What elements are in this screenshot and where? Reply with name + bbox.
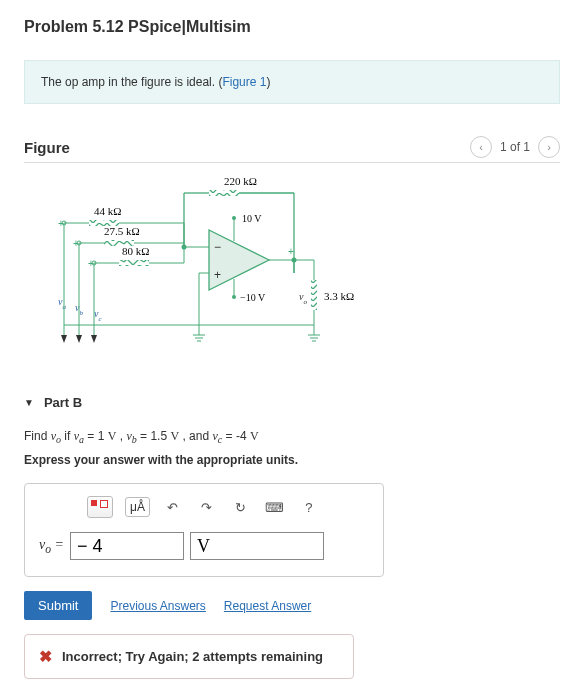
vo-label: vo =: [39, 537, 64, 556]
intro-text-before: The op amp in the figure is ideal. (: [41, 75, 222, 89]
svg-text:+: +: [288, 246, 294, 257]
part-label: Part B: [44, 395, 82, 410]
svg-rect-16: [119, 260, 149, 266]
figure-link[interactable]: Figure 1: [222, 75, 266, 89]
svg-text:+: +: [88, 258, 94, 269]
reset-icon[interactable]: ↻: [230, 496, 252, 518]
actions-row: Submit Previous Answers Request Answer: [24, 591, 560, 620]
request-answer-link[interactable]: Request Answer: [224, 599, 311, 613]
figure-heading: Figure: [24, 139, 70, 156]
svg-text:+: +: [73, 238, 79, 249]
circuit-figure: 220 kΩ 44 kΩ + 27.5 kΩ + 80 kΩ +: [24, 175, 560, 375]
feedback-text: Incorrect; Try Again; 2 attempts remaini…: [62, 649, 323, 664]
redo-icon[interactable]: ↷: [196, 496, 218, 518]
submit-button[interactable]: Submit: [24, 591, 92, 620]
help-icon[interactable]: ?: [298, 496, 320, 518]
svg-point-29: [232, 295, 236, 299]
pager-text: 1 of 1: [500, 140, 530, 154]
svg-text:+: +: [58, 218, 64, 229]
circuit-diagram: 220 kΩ 44 kΩ + 27.5 kΩ + 80 kΩ +: [44, 175, 364, 375]
svg-marker-49: [76, 335, 82, 343]
svg-marker-50: [91, 335, 97, 343]
units-button[interactable]: μÅ: [125, 497, 150, 517]
undo-icon[interactable]: ↶: [162, 496, 184, 518]
vplus-label: 10 V: [242, 213, 262, 224]
part-prompt: Find vo if va = 1 V , vb = 1.5 V , and v…: [24, 426, 560, 449]
svg-rect-37: [311, 280, 317, 310]
r2-label: 27.5 kΩ: [104, 225, 140, 237]
pager-prev-icon[interactable]: ‹: [470, 136, 492, 158]
figure-header: Figure ‹ 1 of 1 ›: [24, 136, 560, 163]
previous-answers-link[interactable]: Previous Answers: [110, 599, 205, 613]
figure-pager: ‹ 1 of 1 ›: [470, 136, 560, 158]
keyboard-icon[interactable]: ⌨: [264, 496, 286, 518]
unit-input[interactable]: [190, 532, 324, 560]
svg-point-27: [232, 216, 236, 220]
svg-marker-48: [61, 335, 67, 343]
page-title: Problem 5.12 PSpice|Multisim: [24, 18, 560, 36]
svg-text:va: va: [58, 296, 66, 311]
part-header[interactable]: ▼ Part B: [24, 395, 560, 410]
svg-text:+: +: [214, 268, 221, 282]
template-button-icon[interactable]: [87, 496, 113, 518]
feedback-box: ✖ Incorrect; Try Again; 2 attempts remai…: [24, 634, 354, 679]
svg-point-34: [292, 258, 297, 263]
r-feedback-label: 220 kΩ: [224, 175, 257, 187]
units-instruction: Express your answer with the appropriate…: [24, 453, 560, 467]
rload-label: 3.3 kΩ: [324, 290, 354, 302]
answer-toolbar: μÅ ↶ ↷ ↻ ⌨ ?: [87, 496, 369, 518]
collapse-caret-icon: ▼: [24, 397, 34, 408]
error-icon: ✖: [39, 647, 52, 666]
r1-label: 44 kΩ: [94, 205, 121, 217]
value-input[interactable]: [70, 532, 184, 560]
answer-box: μÅ ↶ ↷ ↻ ⌨ ? vo =: [24, 483, 384, 577]
svg-text:−: −: [214, 240, 221, 254]
intro-text-after: ): [266, 75, 270, 89]
svg-text:vo: vo: [299, 291, 307, 306]
r3-label: 80 kΩ: [122, 245, 149, 257]
svg-text:vc: vc: [94, 308, 102, 323]
pager-next-icon[interactable]: ›: [538, 136, 560, 158]
svg-rect-1: [209, 190, 239, 196]
vminus-label: −10 V: [240, 292, 266, 303]
intro-box: The op amp in the figure is ideal. (Figu…: [24, 60, 560, 104]
